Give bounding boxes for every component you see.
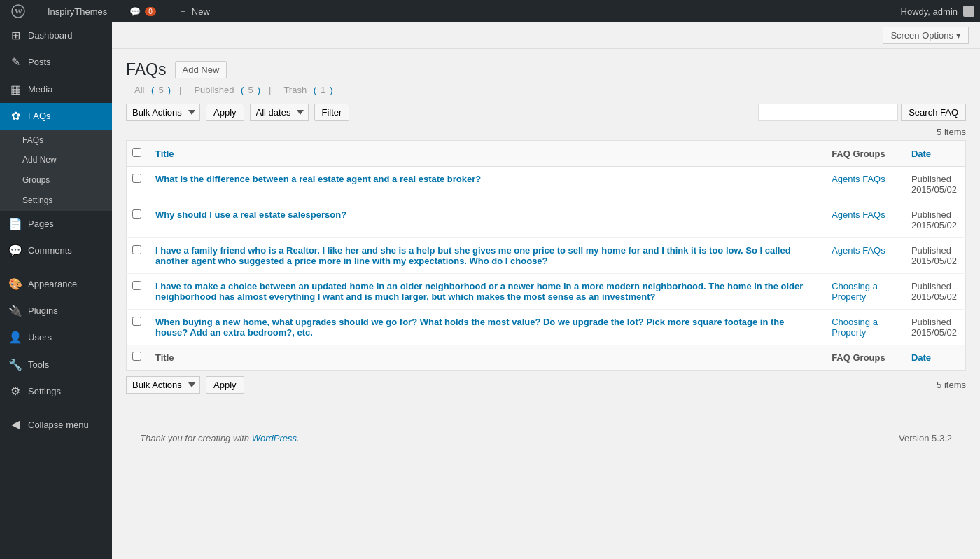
row-checkbox[interactable] xyxy=(132,317,141,326)
faqs-groups-label: Groups xyxy=(22,174,50,186)
date-sort-footer-link[interactable]: Date xyxy=(911,352,931,363)
row-checkbox[interactable] xyxy=(132,281,141,290)
date-sort-link[interactable]: Date xyxy=(911,149,931,159)
row-group-link[interactable]: Agents FAQs xyxy=(832,245,886,256)
title-column-header[interactable]: Title xyxy=(147,141,823,167)
row-title-link[interactable]: When buying a new home, what upgrades sh… xyxy=(155,317,785,338)
add-new-button[interactable]: Add New xyxy=(175,61,227,78)
row-date-cell: Published 2015/05/02 xyxy=(903,310,966,345)
date-filter-select[interactable]: All dates xyxy=(250,104,309,121)
collapse-label: Collapse menu xyxy=(28,419,89,432)
screen-options-button[interactable]: Screen Options ▾ xyxy=(883,27,969,44)
sidebar-section-pages: 📄 Pages xyxy=(0,211,112,237)
date-footer-label: Date xyxy=(911,352,931,363)
row-date-cell: Published 2015/05/02 xyxy=(903,202,966,238)
row-group-cell: Agents FAQs xyxy=(823,238,903,274)
table-body: What is the difference between a real es… xyxy=(127,167,966,345)
sidebar-item-appearance[interactable]: 🎨 Appearance xyxy=(0,271,112,298)
site-name-button[interactable]: InspiryThemes xyxy=(42,0,113,22)
row-checkbox[interactable] xyxy=(132,209,141,219)
row-title-link[interactable]: Why should I use a real estate salespers… xyxy=(155,209,346,220)
select-all-checkbox-bottom[interactable] xyxy=(132,352,141,361)
page-header: FAQs Add New xyxy=(126,60,966,79)
comments-button[interactable]: 💬 0 xyxy=(124,0,162,22)
sidebar-section-media: ▦ Media xyxy=(0,76,112,103)
date-column-header[interactable]: Date xyxy=(903,141,966,167)
users-icon: 👤 xyxy=(8,330,22,345)
date-column-label: Date xyxy=(911,149,931,159)
row-checkbox[interactable] xyxy=(132,174,141,183)
sidebar-item-dashboard[interactable]: ⊞ Dashboard xyxy=(0,22,112,49)
row-title-link[interactable]: I have to make a choice between an updat… xyxy=(155,281,803,302)
row-title-link[interactable]: What is the difference between a real es… xyxy=(155,174,481,184)
faqs-settings-label: Settings xyxy=(22,195,52,207)
sidebar-label-settings: Settings xyxy=(28,385,61,398)
title-footer-label: Title xyxy=(155,352,174,363)
row-status: Published xyxy=(911,281,957,291)
search-faq-button[interactable]: Search FAQ xyxy=(901,104,966,121)
sidebar-item-tools[interactable]: 🔧 Tools xyxy=(0,352,112,378)
published-filter-link[interactable]: Published (5) xyxy=(190,85,260,95)
apply-button-top[interactable]: Apply xyxy=(206,104,244,121)
sidebar-label-media: Media xyxy=(28,83,52,96)
all-filter-link[interactable]: All (5) xyxy=(130,85,171,95)
wordpress-link[interactable]: WordPress xyxy=(252,433,297,443)
sidebar-item-media[interactable]: ▦ Media xyxy=(0,76,112,103)
row-group-link[interactable]: Agents FAQs xyxy=(832,174,886,184)
sidebar-section-users: 👤 Users xyxy=(0,324,112,351)
title-column-footer: Title xyxy=(147,345,823,371)
sidebar-item-faqs-all[interactable]: FAQs xyxy=(0,130,112,151)
row-group-link[interactable]: Choosing a Property xyxy=(832,317,878,338)
sidebar-item-settings[interactable]: ⚙ Settings xyxy=(0,378,112,405)
row-title-cell: When buying a new home, what upgrades sh… xyxy=(147,310,823,345)
sidebar-label-users: Users xyxy=(28,331,52,344)
bulk-actions-select-bottom[interactable]: Bulk Actions xyxy=(126,376,200,394)
sidebar-item-pages[interactable]: 📄 Pages xyxy=(0,211,112,237)
sidebar: ⊞ Dashboard ✎ Posts ▦ Media ✿ FAQs FAQs xyxy=(0,22,112,559)
plus-icon: ＋ xyxy=(178,5,188,18)
row-group-cell: Choosing a Property xyxy=(823,274,903,310)
collapse-menu-button[interactable]: ◀ Collapse menu xyxy=(0,411,112,438)
admin-bar: W InspiryThemes 💬 0 ＋ New Howdy, admin xyxy=(0,0,980,22)
bulk-actions-select-top[interactable]: Bulk Actions xyxy=(126,104,200,121)
sidebar-item-faqs-settings[interactable]: Settings xyxy=(0,191,112,211)
row-title-link[interactable]: I have a family friend who is a Realtor.… xyxy=(155,245,791,266)
sidebar-item-faqs-add[interactable]: Add New xyxy=(0,150,112,170)
table-row: Why should I use a real estate salespers… xyxy=(127,202,966,238)
new-content-button[interactable]: ＋ New xyxy=(173,0,216,22)
sidebar-item-users[interactable]: 👤 Users xyxy=(0,324,112,351)
row-date: 2015/05/02 xyxy=(911,256,957,266)
dashboard-icon: ⊞ xyxy=(8,28,22,43)
row-date: 2015/05/02 xyxy=(911,327,957,338)
trash-filter-link[interactable]: Trash (1) xyxy=(279,85,332,95)
sidebar-section-faqs: ✿ FAQs FAQs Add New Groups Settings xyxy=(0,103,112,211)
faqs-all-label: FAQs xyxy=(22,134,43,146)
faqs-table: Title FAQ Groups Date xyxy=(126,140,966,371)
title-sort-link[interactable]: Title xyxy=(155,149,174,159)
filter-button[interactable]: Filter xyxy=(314,104,350,121)
footer: Thank you for creating with WordPress. V… xyxy=(126,422,966,455)
search-input[interactable] xyxy=(758,104,898,121)
sidebar-item-faqs-groups[interactable]: Groups xyxy=(0,170,112,191)
row-date: 2015/05/02 xyxy=(911,184,957,195)
sidebar-section-appearance: 🎨 Appearance xyxy=(0,271,112,298)
apply-button-bottom[interactable]: Apply xyxy=(206,376,244,394)
select-all-checkbox-top[interactable] xyxy=(132,148,141,157)
faqs-add-label: Add New xyxy=(22,154,57,166)
screen-options-label: Screen Options xyxy=(890,30,953,41)
row-group-link[interactable]: Choosing a Property xyxy=(832,281,878,302)
row-group-cell: Choosing a Property xyxy=(823,310,903,345)
sidebar-item-comments[interactable]: 💬 Comments xyxy=(0,237,112,264)
sidebar-label-pages: Pages xyxy=(28,218,54,230)
wp-logo-button[interactable]: W xyxy=(6,0,31,22)
row-group-link[interactable]: Agents FAQs xyxy=(832,209,886,220)
sidebar-item-plugins[interactable]: 🔌 Plugins xyxy=(0,298,112,324)
sidebar-item-faqs[interactable]: ✿ FAQs xyxy=(0,103,112,130)
plugins-icon: 🔌 xyxy=(8,303,22,319)
trash-count: 1 xyxy=(321,85,326,95)
sidebar-label-plugins: Plugins xyxy=(28,305,58,317)
row-checkbox[interactable] xyxy=(132,245,141,254)
tools-icon: 🔧 xyxy=(8,357,22,373)
sidebar-label-posts: Posts xyxy=(28,56,51,69)
sidebar-item-posts[interactable]: ✎ Posts xyxy=(0,49,112,76)
